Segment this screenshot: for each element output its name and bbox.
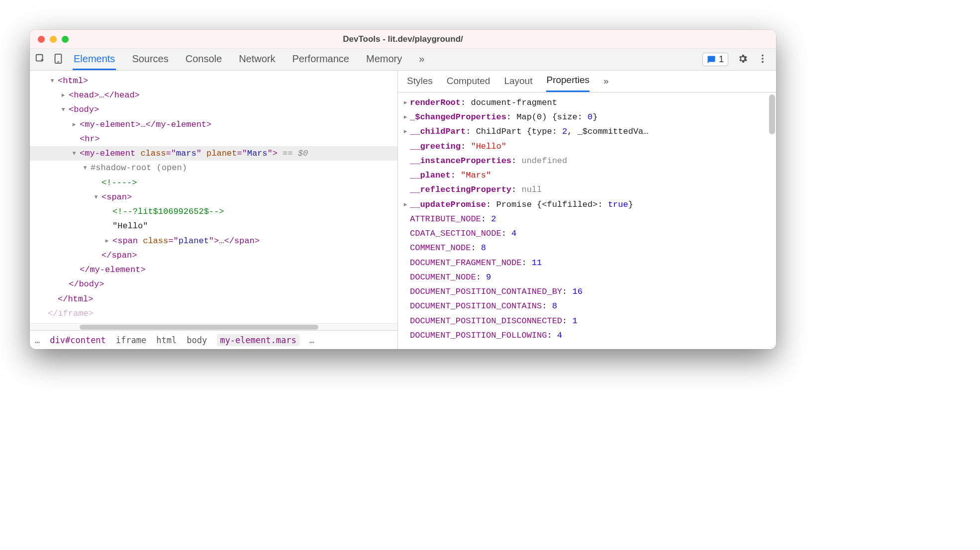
- side-tab-styles[interactable]: Styles: [407, 76, 433, 92]
- property-row[interactable]: ATTRIBUTE_NODE: 2: [403, 212, 773, 226]
- dom-node[interactable]: <my-element>…</my-element>: [30, 117, 397, 132]
- property-row[interactable]: __childPart: ChildPart {type: 2, _$commi…: [403, 124, 773, 139]
- dom-node[interactable]: </body>: [30, 277, 397, 291]
- tab-memory[interactable]: Memory: [365, 49, 403, 70]
- breadcrumb: … div#content iframe html body my-elemen…: [30, 330, 397, 349]
- dom-node[interactable]: </span>: [30, 248, 397, 263]
- tab-console[interactable]: Console: [185, 49, 223, 70]
- property-row[interactable]: renderRoot: document-fragment: [403, 95, 773, 110]
- breadcrumb-prev[interactable]: …: [35, 335, 40, 345]
- property-row[interactable]: __instanceProperties: undefined: [403, 154, 773, 168]
- scroll-thumb[interactable]: [80, 325, 318, 330]
- issues-badge[interactable]: 1: [702, 53, 728, 66]
- tab-sources[interactable]: Sources: [131, 49, 169, 70]
- crumb-selected[interactable]: my-element.mars: [217, 334, 299, 346]
- property-row[interactable]: DOCUMENT_NODE: 9: [403, 270, 773, 284]
- property-row[interactable]: __reflectingProperty: null: [403, 183, 773, 197]
- property-row[interactable]: DOCUMENT_POSITION_FOLLOWING: 4: [403, 328, 773, 343]
- dom-node-selected[interactable]: <my-element class="mars" planet="Mars"> …: [30, 146, 397, 161]
- dom-node[interactable]: </iframe>: [30, 306, 397, 321]
- dom-node[interactable]: <!--?lit$106992652$-->: [30, 204, 397, 219]
- properties-list[interactable]: renderRoot: document-fragment_$changedPr…: [398, 92, 776, 349]
- dom-node[interactable]: <html>: [30, 74, 397, 88]
- inspect-icon[interactable]: [35, 53, 46, 66]
- dom-node[interactable]: <span>: [30, 190, 397, 204]
- breadcrumb-next[interactable]: …: [309, 335, 314, 345]
- tab-elements[interactable]: Elements: [73, 49, 116, 70]
- side-tabs: Styles Computed Layout Properties »: [398, 71, 776, 92]
- side-tab-layout[interactable]: Layout: [504, 76, 532, 92]
- property-row[interactable]: CDATA_SECTION_NODE: 4: [403, 226, 773, 241]
- vertical-scrollbar[interactable]: [769, 94, 775, 134]
- tab-network[interactable]: Network: [238, 49, 276, 70]
- main-toolbar: Elements Sources Console Network Perform…: [30, 49, 776, 71]
- dom-shadow-root[interactable]: #shadow-root (open): [30, 161, 397, 175]
- crumb[interactable]: iframe: [116, 335, 146, 345]
- svg-point-3: [762, 54, 764, 56]
- property-row[interactable]: __updatePromise: Promise {<fulfilled>: t…: [403, 197, 773, 212]
- dom-node[interactable]: "Hello": [30, 219, 397, 233]
- crumb[interactable]: div#content: [50, 335, 106, 345]
- content-area: <html> <head>…</head> <body> <my-element…: [30, 71, 776, 349]
- property-row[interactable]: DOCUMENT_POSITION_DISCONNECTED: 1: [403, 314, 773, 328]
- issues-count: 1: [719, 54, 724, 65]
- titlebar: DevTools - lit.dev/playground/: [30, 30, 776, 49]
- svg-point-4: [762, 58, 764, 60]
- property-row[interactable]: _$changedProperties: Map(0) {size: 0}: [403, 110, 773, 124]
- property-row[interactable]: __planet: "Mars": [403, 168, 773, 183]
- gear-icon[interactable]: [737, 53, 748, 66]
- dom-node[interactable]: </my-element>: [30, 263, 397, 277]
- side-tab-more[interactable]: »: [603, 76, 609, 92]
- property-row[interactable]: DOCUMENT_POSITION_CONTAINS: 8: [403, 299, 773, 313]
- device-toggle-icon[interactable]: [53, 53, 64, 66]
- horizontal-scrollbar[interactable]: [30, 323, 397, 330]
- sidebar-panel: Styles Computed Layout Properties » rend…: [398, 71, 776, 349]
- window-title: DevTools - lit.dev/playground/: [30, 34, 776, 44]
- devtools-window: DevTools - lit.dev/playground/ Elements …: [30, 30, 776, 349]
- tab-performance[interactable]: Performance: [292, 49, 351, 70]
- more-icon[interactable]: [757, 53, 768, 66]
- tab-more[interactable]: »: [418, 49, 425, 70]
- main-tabs: Elements Sources Console Network Perform…: [73, 49, 702, 70]
- dom-node[interactable]: <hr>: [30, 132, 397, 146]
- svg-point-5: [762, 61, 764, 63]
- crumb[interactable]: html: [156, 335, 177, 345]
- property-row[interactable]: COMMENT_NODE: 8: [403, 241, 773, 255]
- dom-tree[interactable]: <html> <head>…</head> <body> <my-element…: [30, 71, 397, 323]
- dom-node[interactable]: <head>…</head>: [30, 88, 397, 102]
- side-tab-computed[interactable]: Computed: [447, 76, 490, 92]
- dom-node[interactable]: <body>: [30, 102, 397, 117]
- property-row[interactable]: __greeting: "Hello": [403, 139, 773, 154]
- dom-node[interactable]: <!---->: [30, 176, 397, 190]
- dom-node[interactable]: </html>: [30, 292, 397, 306]
- property-row[interactable]: DOCUMENT_FRAGMENT_NODE: 11: [403, 256, 773, 270]
- property-row[interactable]: DOCUMENT_POSITION_CONTAINED_BY: 16: [403, 284, 773, 299]
- side-tab-properties[interactable]: Properties: [546, 75, 589, 92]
- elements-panel: <html> <head>…</head> <body> <my-element…: [30, 71, 398, 349]
- crumb[interactable]: body: [187, 335, 207, 345]
- dom-node[interactable]: <span class="planet">…</span>: [30, 234, 397, 248]
